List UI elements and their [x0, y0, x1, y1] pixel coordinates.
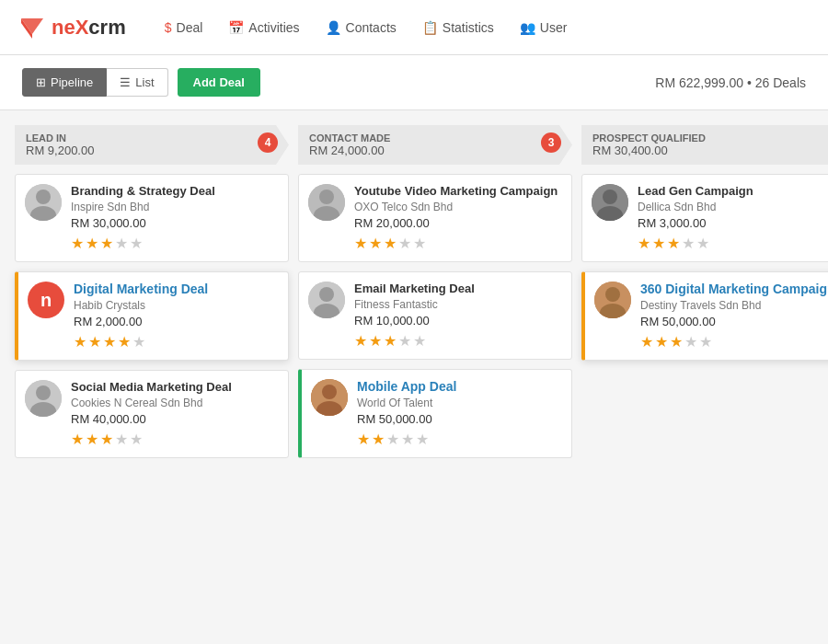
avatar-social [25, 380, 62, 417]
stars-email: ★★★★★ [354, 332, 562, 350]
person-svg [25, 184, 62, 221]
stars-digital: ★★★★★ [74, 333, 279, 351]
card-email-marketing[interactable]: Email Marketing Deal Fitness Fantastic R… [298, 271, 572, 360]
card-lead-gen[interactable]: Lead Gen Campaign Dellica Sdn Bhd RM 3,0… [581, 174, 828, 262]
avatar-email [308, 282, 345, 318]
person-svg-f2 [592, 184, 628, 221]
avatar-360 [594, 282, 631, 318]
stage-badge-lead-in: 4 [258, 132, 278, 153]
pipeline-board: LEAD IN RM 9,200.00 4 Branding [0, 110, 828, 644]
avatar-digital: n [28, 282, 64, 318]
card-amount-youtube: RM 20,000.00 [354, 216, 562, 230]
card-amount-branding: RM 30,000.00 [71, 216, 279, 230]
stage-title-lead-in: LEAD IN [26, 132, 94, 144]
card-title-youtube: Youtube Video Marketing Campaign [354, 184, 562, 198]
contacts-icon: 👤 [326, 20, 341, 35]
stars-mobile: ★★★★★ [357, 431, 562, 448]
stars-branding: ★★★★★ [71, 235, 279, 252]
stage-prospect-qualified: PROSPECT QUALIFIED RM 30,400.00 Lead [581, 125, 828, 644]
stars-social: ★★★★★ [71, 431, 279, 448]
card-company-lead-gen: Dellica Sdn Bhd [638, 201, 828, 213]
stage-cards-contact: Youtube Video Marketing Campaign OXO Tel… [298, 174, 572, 458]
logo-text: neXcrm [52, 16, 126, 40]
card-title-email: Email Marketing Deal [354, 282, 562, 295]
stage-badge-contact: 3 [541, 132, 561, 153]
stars-youtube: ★★★★★ [354, 235, 562, 252]
svg-point-21 [605, 287, 620, 302]
stage-cards-lead-in: Branding & Strategy Deal Inspire Sdn Bhd… [15, 174, 289, 458]
toolbar: ⊞ Pipeline ☰ List Add Deal RM 622,999.00… [0, 55, 828, 110]
svg-point-18 [603, 190, 617, 204]
nav-deal[interactable]: $ Deal [154, 13, 214, 42]
avatar-lead-gen [592, 184, 628, 221]
nav-statistics[interactable]: 📋 Statistics [411, 13, 505, 42]
nav-user[interactable]: 👥 User [509, 13, 579, 42]
avatar-mobile [311, 379, 348, 416]
card-company-social: Cookies N Cereal Sdn Bhd [71, 397, 279, 409]
stars-360: ★★★★★ [640, 333, 828, 351]
card-company-digital: Habib Crystals [74, 299, 279, 312]
stage-amount-lead-in: RM 9,200.00 [26, 144, 94, 157]
avatar-youtube [308, 184, 345, 221]
card-company-branding: Inspire Sdn Bhd [71, 201, 279, 213]
svg-point-12 [319, 287, 334, 302]
stage-header-lead-in: LEAD IN RM 9,200.00 4 [15, 125, 289, 165]
stage-title-contact: CONTACT MADE [309, 132, 390, 144]
card-title-digital: Digital Marketing Deal [74, 282, 279, 296]
stage-header-prospect: PROSPECT QUALIFIED RM 30,400.00 [581, 125, 828, 165]
add-deal-button[interactable]: Add Deal [178, 68, 260, 97]
card-company-youtube: OXO Telco Sdn Bhd [354, 201, 562, 213]
card-amount-social: RM 40,000.00 [71, 412, 279, 426]
card-title-social: Social Media Marketing Deal [71, 380, 279, 394]
card-mobile-app[interactable]: Mobile App Deal World Of Talent RM 50,00… [298, 369, 572, 458]
nav-contacts[interactable]: 👤 Contacts [315, 13, 408, 42]
activities-icon: 📅 [228, 20, 244, 35]
card-title-360: 360 Digital Marketing Campaign [640, 282, 828, 296]
stage-lead-in: LEAD IN RM 9,200.00 4 Branding [15, 125, 289, 644]
card-branding[interactable]: Branding & Strategy Deal Inspire Sdn Bhd… [15, 174, 289, 262]
person-svg-2 [25, 380, 62, 417]
card-company-360: Destiny Travels Sdn Bhd [640, 299, 828, 312]
card-360-digital[interactable]: 360 Digital Marketing Campaign Destiny T… [581, 271, 828, 361]
card-company-mobile: World Of Talent [357, 397, 562, 409]
nav-activities[interactable]: 📅 Activities [217, 13, 310, 42]
card-title-mobile: Mobile App Deal [357, 379, 562, 394]
list-icon: ☰ [120, 75, 131, 89]
pipeline-button[interactable]: ⊞ Pipeline [22, 68, 107, 97]
card-title-lead-gen: Lead Gen Campaign [638, 184, 828, 198]
user-icon: 👥 [520, 20, 535, 35]
card-digital-marketing[interactable]: n Digital Marketing Deal Habib Crystals … [15, 271, 289, 361]
avatar-branding [25, 184, 62, 221]
card-company-email: Fitness Fantastic [354, 298, 562, 311]
card-youtube[interactable]: Youtube Video Marketing Campaign OXO Tel… [298, 174, 572, 262]
card-title-branding: Branding & Strategy Deal [71, 184, 279, 198]
stage-header-contact: CONTACT MADE RM 24,000.00 3 [298, 125, 572, 165]
stage-amount-prospect: RM 30,400.00 [592, 144, 706, 157]
logo[interactable]: neXcrm [18, 14, 126, 41]
logo-icon [18, 14, 46, 41]
pipeline-icon: ⊞ [36, 75, 46, 89]
card-social-media[interactable]: Social Media Marketing Deal Cookies N Ce… [15, 370, 289, 458]
statistics-icon: 📋 [422, 20, 438, 35]
card-amount-lead-gen: RM 3,000.00 [638, 216, 828, 230]
stage-amount-contact: RM 24,000.00 [309, 144, 390, 157]
card-amount-email: RM 10,000.00 [354, 314, 562, 328]
deal-summary: RM 622,999.00 • 26 Deals [655, 75, 806, 90]
toolbar-left: ⊞ Pipeline ☰ List Add Deal [22, 68, 260, 97]
header: neXcrm $ Deal 📅 Activities 👤 Contacts 📋 … [0, 0, 828, 55]
svg-point-6 [36, 385, 51, 400]
main-nav: $ Deal 📅 Activities 👤 Contacts 📋 Statist… [154, 13, 579, 42]
list-button[interactable]: ☰ List [107, 68, 167, 97]
stars-lead-gen: ★★★★★ [638, 235, 828, 252]
person-svg-4 [308, 282, 345, 318]
person-svg-m [594, 282, 631, 318]
svg-point-15 [322, 385, 337, 399]
card-amount-360: RM 50,000.00 [640, 315, 828, 328]
svg-point-3 [36, 190, 51, 204]
card-amount-digital: RM 2,000.00 [74, 315, 279, 328]
stage-contact-made: CONTACT MADE RM 24,000.00 3 Yo [298, 125, 572, 644]
card-amount-mobile: RM 50,000.00 [357, 412, 562, 426]
deal-icon: $ [165, 20, 172, 35]
svg-point-9 [319, 190, 334, 204]
stage-title-prospect: PROSPECT QUALIFIED [592, 132, 706, 144]
